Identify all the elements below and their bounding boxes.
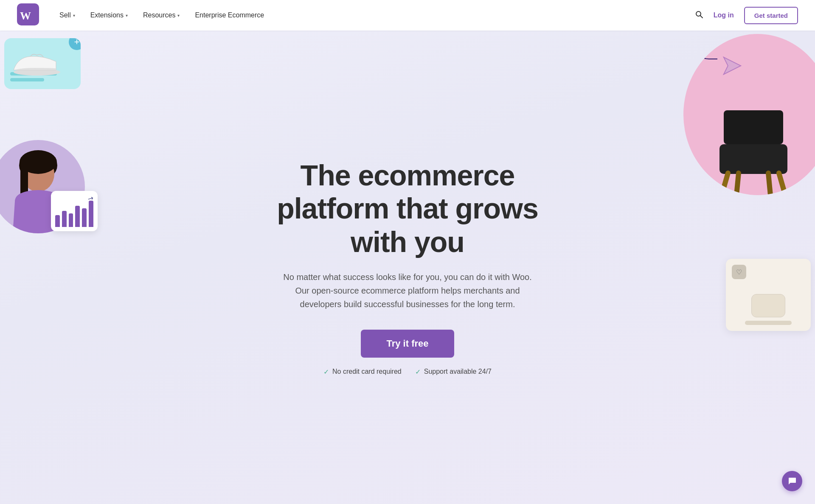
svg-rect-12 (719, 144, 787, 174)
bar-2 (62, 211, 67, 227)
product-card: ♡ (726, 259, 811, 331)
soap-image (751, 294, 785, 317)
shoe-card: + (4, 38, 81, 89)
hero-section: + ↗ (0, 0, 815, 504)
nav-links: Sell ▾ Extensions ▾ Resources ▾ Enterpri… (59, 11, 695, 19)
nav-resources[interactable]: Resources ▾ (143, 11, 180, 19)
try-it-free-button[interactable]: Try it free (361, 330, 454, 358)
no-credit-card-badge: ✓ No credit card required (323, 368, 402, 376)
paper-plane-icon (722, 55, 743, 78)
chat-bubble[interactable] (782, 471, 802, 491)
curve-decoration (692, 42, 717, 59)
soap-plate (745, 321, 792, 325)
hero-subtitle: No matter what success looks like for yo… (276, 270, 539, 311)
search-button[interactable] (695, 10, 703, 21)
chart-card: ↗ (51, 191, 98, 231)
chair-decoration (683, 34, 815, 195)
heart-icon: ♡ (732, 265, 746, 279)
deco-right: ♡ (683, 34, 815, 195)
trend-arrow-icon: ↗ (86, 193, 95, 203)
svg-marker-10 (724, 57, 741, 74)
nav-extensions[interactable]: Extensions ▾ (90, 11, 128, 19)
get-started-button[interactable]: Get started (744, 7, 798, 24)
svg-rect-11 (724, 110, 783, 144)
add-icon[interactable]: + (69, 38, 81, 50)
hero-badges: ✓ No credit card required ✓ Support avai… (267, 368, 548, 376)
svg-text:W: W (20, 10, 31, 22)
chevron-down-icon: ▾ (126, 13, 128, 18)
svg-line-13 (722, 173, 728, 195)
hero-title: The ecommerce platform that grows with y… (267, 159, 548, 258)
chevron-down-icon: ▾ (177, 13, 180, 18)
bar-3 (69, 213, 73, 227)
check-icon-2: ✓ (415, 368, 421, 376)
bar-5 (82, 208, 87, 227)
hero-content: The ecommerce platform that grows with y… (259, 159, 556, 376)
svg-line-15 (736, 173, 739, 195)
nav-right: Log in Get started (695, 7, 798, 24)
svg-line-14 (779, 173, 785, 195)
bar-6 (89, 201, 93, 227)
chevron-down-icon: ▾ (73, 13, 75, 18)
login-link[interactable]: Log in (714, 11, 734, 19)
logo[interactable]: W (17, 3, 39, 27)
shoe-image (9, 49, 60, 78)
navigation: W Sell ▾ Extensions ▾ Resources ▾ Enterp… (0, 0, 815, 31)
nav-sell[interactable]: Sell ▾ (59, 11, 75, 19)
nav-enterprise[interactable]: Enterprise Ecommerce (195, 11, 264, 19)
deco-left: + ↗ (0, 38, 119, 250)
check-icon-1: ✓ (323, 368, 329, 376)
bar-1 (55, 215, 60, 227)
svg-line-3 (700, 15, 703, 18)
support-badge: ✓ Support available 24/7 (415, 368, 492, 376)
bar-4 (75, 206, 80, 227)
svg-line-16 (768, 173, 770, 195)
